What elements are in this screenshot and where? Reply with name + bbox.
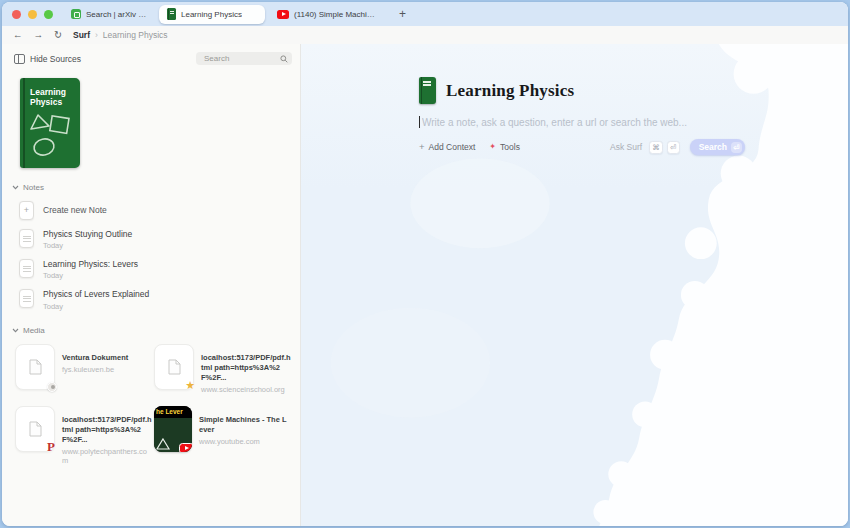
tab-label: Search | arXiv e-print repo... (86, 10, 147, 19)
chevron-down-icon (12, 185, 19, 190)
favicon-badge-icon (47, 382, 57, 392)
breadcrumb-separator: › (95, 30, 98, 40)
search-button-label: Search (699, 142, 727, 152)
youtube-play-badge-icon (179, 443, 192, 452)
search-icon (280, 55, 288, 63)
media-item-scienceinschool[interactable]: ★ localhost:5173/PDF/pdf.html path=https… (154, 344, 300, 394)
prompt-actions-row: + Add Context ✦ Tools Ask Surf ⌘ ⏎ (419, 139, 745, 155)
note-item[interactable]: Physics Stuying Outline Today (19, 229, 300, 250)
media-grid: Ventura Dokument fys.kuleuven.be ★ local… (15, 344, 300, 466)
document-icon (29, 359, 42, 375)
note-item[interactable]: Physics of Levers Explained Today (19, 289, 300, 310)
hide-sources-label: Hide Sources (30, 54, 81, 64)
youtube-favicon-icon (277, 10, 289, 19)
notes-header-label: Notes (23, 183, 44, 192)
media-section-header[interactable]: Media (12, 326, 45, 335)
pdf-thumbnail (15, 344, 55, 390)
tab-youtube-simple-machines[interactable]: (1140) Simple Machines - T... (269, 5, 387, 24)
create-note-button[interactable]: + Create new Note (19, 201, 300, 220)
media-domain: www.polytechpanthers.com (62, 447, 152, 465)
book-favicon-icon (167, 8, 176, 20)
sidebar-search-box[interactable] (196, 52, 292, 65)
refresh-button[interactable]: ↻ (54, 30, 62, 40)
prompt-input[interactable] (422, 117, 745, 128)
tab-learning-physics[interactable]: Learning Physics (159, 5, 265, 24)
page-title: Learning Physics (446, 81, 574, 101)
media-item-polytechpanthers[interactable]: P localhost:5173/PDF/pdf.html path=https… (15, 406, 154, 465)
arxiv-favicon-icon (71, 9, 81, 19)
note-date: Today (43, 271, 138, 280)
new-tab-button[interactable]: + (395, 8, 410, 20)
source-book-title: Learning Physics (30, 87, 74, 107)
media-item-ventura[interactable]: Ventura Dokument fys.kuleuven.be (15, 344, 154, 394)
media-header-label: Media (23, 326, 45, 335)
document-icon (29, 421, 42, 437)
video-thumbnail: he Lever (154, 406, 192, 452)
prompt-bar[interactable] (419, 116, 745, 128)
navigation-bar: ← → ↻ Surf › Learning Physics (2, 26, 848, 44)
search-button[interactable]: Search ⏎ (690, 139, 745, 155)
breadcrumb: Surf › Learning Physics (73, 30, 168, 40)
tab-arxiv-search[interactable]: Search | arXiv e-print repo... (63, 5, 155, 24)
add-context-button[interactable]: + Add Context (419, 142, 475, 152)
note-title: Physics of Levers Explained (43, 289, 149, 299)
page-title-row: Learning Physics (419, 77, 745, 104)
note-title: Learning Physics: Levers (43, 259, 138, 269)
browser-window: Search | arXiv e-print repo... Learning … (2, 2, 848, 526)
media-title: localhost:5173/PDF/pdf.html path=https%3… (62, 415, 152, 445)
plus-icon: + (419, 142, 425, 152)
breadcrumb-app[interactable]: Surf (73, 30, 90, 40)
note-title: Physics Stuying Outline (43, 229, 132, 239)
media-domain: www.scienceinschool.org (201, 385, 291, 394)
media-title: Simple Machines - The Lever (199, 415, 289, 435)
hide-sources-button[interactable]: Hide Sources (14, 54, 81, 64)
chalk-triangle-icon (155, 437, 171, 451)
media-domain: www.youtube.com (199, 437, 289, 446)
note-date: Today (43, 302, 149, 311)
tab-label: (1140) Simple Machines - T... (294, 10, 379, 19)
media-title: localhost:5173/PDF/pdf.html path=https%3… (201, 353, 291, 383)
video-thumb-text: he Lever (154, 406, 192, 418)
pdf-thumbnail: ★ (154, 344, 194, 390)
note-item[interactable]: Learning Physics: Levers Today (19, 259, 300, 280)
source-book-cover[interactable]: Learning Physics (20, 78, 80, 168)
chalk-shapes-icon (26, 111, 74, 163)
chevron-down-icon (12, 328, 19, 333)
media-title: Ventura Dokument (62, 353, 128, 363)
book-cover-icon (419, 77, 436, 104)
tools-button[interactable]: ✦ Tools (489, 142, 520, 152)
zoom-button[interactable] (44, 10, 53, 19)
sidebar-panel-icon (14, 54, 25, 64)
text-cursor (419, 116, 420, 128)
sources-sidebar: Hide Sources Learning Physics (2, 44, 301, 526)
document-icon (168, 359, 181, 375)
notes-section-header[interactable]: Notes (12, 183, 44, 192)
traffic-lights (12, 10, 53, 19)
tab-label: Learning Physics (181, 10, 242, 19)
media-item-youtube-lever[interactable]: he Lever Simple Machines - The Lever www… (154, 406, 300, 465)
ask-surf-label[interactable]: Ask Surf (610, 142, 642, 152)
close-button[interactable] (12, 10, 21, 19)
add-context-label: Add Context (429, 142, 476, 152)
sidebar-search-input[interactable] (202, 53, 277, 64)
pdf-thumbnail: P (15, 406, 55, 452)
create-note-label: Create new Note (43, 201, 107, 220)
plus-icon: + (19, 201, 34, 220)
note-document-icon (19, 229, 34, 248)
forward-button[interactable]: → (34, 30, 44, 40)
sparkle-icon: ✦ (489, 143, 496, 151)
media-domain: fys.kuleuven.be (62, 365, 128, 374)
minimize-button[interactable] (28, 10, 37, 19)
cmd-key-icon: ⌘ (649, 141, 663, 154)
back-button[interactable]: ← (13, 30, 23, 40)
note-document-icon (19, 289, 34, 308)
breadcrumb-page: Learning Physics (103, 30, 168, 40)
tools-label: Tools (500, 142, 520, 152)
return-key-icon: ⏎ (667, 141, 680, 154)
return-key-icon: ⏎ (731, 142, 742, 153)
note-date: Today (43, 241, 132, 250)
main-content: Learning Physics + Add Context ✦ T (301, 44, 848, 526)
note-document-icon (19, 259, 34, 278)
star-badge-icon: ★ (185, 380, 195, 391)
p-letter-badge-icon: P (47, 440, 55, 453)
